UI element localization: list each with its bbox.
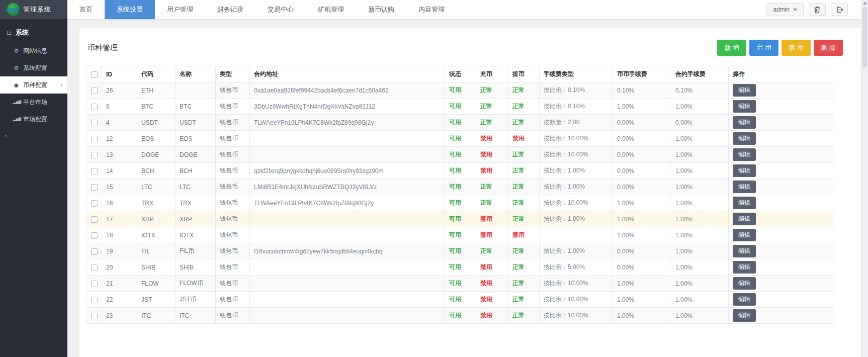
logout-button[interactable] <box>831 3 848 16</box>
cell-contract-address <box>250 211 445 227</box>
cell-status: 可用 <box>445 227 476 243</box>
page-scrollbar[interactable] <box>861 0 868 357</box>
column-header-提币: 提币 <box>508 66 540 82</box>
delete-button[interactable]: 删除 <box>814 40 843 56</box>
logo: USDZ 管理系统 <box>0 0 67 19</box>
cell-coin-fee: 0.00% <box>613 179 671 195</box>
cell-code: FLOW <box>137 276 176 292</box>
cell-coin-fee: 1.00% <box>613 195 671 211</box>
row-checkbox[interactable] <box>91 200 98 207</box>
row-checkbox[interactable] <box>91 120 98 126</box>
cell-type: 钱包币 <box>216 292 250 308</box>
cell-withdraw: 正常 <box>508 99 540 115</box>
cell-contract-fee: 1.00% <box>671 179 729 195</box>
edit-button[interactable]: 编辑 <box>733 245 756 257</box>
row-checkbox[interactable] <box>91 232 98 239</box>
sidebar-item-系统配置[interactable]: ⚙系统配置› <box>0 59 67 76</box>
select-all-checkbox[interactable] <box>91 71 98 78</box>
add-button[interactable]: 新增 <box>717 40 746 56</box>
row-checkbox[interactable] <box>91 281 98 287</box>
cell-type: 钱包币 <box>216 163 250 179</box>
cell-coin-fee: 1.00% <box>613 292 671 308</box>
sidebar-item-label: 市场配置 <box>23 115 47 124</box>
nav-item-新币认购[interactable]: 新币认购 <box>356 0 406 19</box>
sidebar-item-币种配置[interactable]: ◉币种配置› <box>0 76 67 94</box>
row-checkbox[interactable] <box>91 152 98 158</box>
cell-status: 可用 <box>445 82 476 99</box>
cell-fee-type: 按比例：1.00% <box>540 243 613 259</box>
cell-contract-address <box>250 259 445 276</box>
collapse-icon: ⊟ <box>7 29 12 36</box>
edit-button[interactable]: 编辑 <box>733 229 756 241</box>
cell-contract-address: qzkf2fxnq9pnygkkdhqhj6ue0895rq0lry83zgz9… <box>250 163 445 179</box>
edit-button[interactable]: 编辑 <box>733 277 756 290</box>
edit-button[interactable]: 编辑 <box>733 132 756 145</box>
cell-contract-fee: 1.00% <box>671 276 729 292</box>
chevron-right-icon: › <box>60 81 62 88</box>
edit-button[interactable]: 编辑 <box>733 181 756 193</box>
scroll-up-icon[interactable] <box>863 2 867 5</box>
edit-button[interactable]: 编辑 <box>733 100 756 113</box>
cell-coin-fee: 1.00% <box>613 227 671 243</box>
nav-item-财务记录[interactable]: 财务记录 <box>205 0 255 19</box>
nav-item-用户管理[interactable]: 用户管理 <box>155 0 205 19</box>
row-checkbox[interactable] <box>91 136 98 142</box>
edit-button[interactable]: 编辑 <box>733 261 756 274</box>
sidebar-item-平台市场[interactable]: ▂▅▇平台市场› <box>0 94 67 111</box>
row-checkbox[interactable] <box>91 184 98 191</box>
cell-id: 23 <box>102 308 137 324</box>
edit-button[interactable]: 编辑 <box>733 213 756 225</box>
sidebar-section-system[interactable]: ⊟ 系统 <box>0 19 67 42</box>
row-checkbox[interactable] <box>91 168 98 174</box>
row-checkbox[interactable] <box>91 87 98 94</box>
scrollbar-thumb[interactable] <box>862 7 867 67</box>
column-header-操作: 操作 <box>729 66 833 82</box>
disable-button[interactable]: 禁用 <box>782 40 811 56</box>
table-row: 14 BCH BCH 钱包币 qzkf2fxnq9pnygkkdhqhj6ue0… <box>87 163 833 179</box>
nav-item-交易中心[interactable]: 交易中心 <box>255 0 306 19</box>
row-checkbox[interactable] <box>91 104 98 110</box>
admin-dropdown[interactable]: admin <box>766 3 804 16</box>
column-header-名称: 名称 <box>176 66 216 82</box>
cell-id: 17 <box>102 211 137 227</box>
row-checkbox[interactable] <box>91 264 98 271</box>
cell-type: 钱包币 <box>216 276 250 292</box>
edit-button[interactable]: 编辑 <box>733 293 756 306</box>
nav-item-首页[interactable]: 首页 <box>67 0 105 19</box>
edit-button[interactable]: 编辑 <box>733 148 756 161</box>
cell-fee-type: 按比例：10.00% <box>540 131 613 147</box>
cell-contract-fee: 0.00% <box>671 115 729 131</box>
cell-name: JST币 <box>176 292 216 308</box>
cell-fee-type: 按比例：1.00% <box>540 211 613 227</box>
cell-type: 钱包币 <box>216 131 250 147</box>
row-checkbox[interactable] <box>91 313 98 319</box>
cell-id: 15 <box>102 179 137 195</box>
cell-code: USDT <box>137 115 176 131</box>
row-checkbox[interactable] <box>91 248 98 255</box>
edit-button[interactable]: 编辑 <box>733 84 756 97</box>
cell-code: LTC <box>137 179 176 195</box>
sidebar-item-网站信息[interactable]: ⚙网站信息› <box>0 42 67 59</box>
trash-button[interactable] <box>809 3 826 16</box>
row-checkbox[interactable] <box>91 216 98 223</box>
nav-item-矿机管理[interactable]: 矿机管理 <box>306 0 356 19</box>
chart-icon: ▂▅▇ <box>13 117 20 121</box>
cell-contract-fee: 0.10% <box>671 82 729 99</box>
cell-status: 可用 <box>445 131 476 147</box>
nav-item-内容管理[interactable]: 内容管理 <box>406 0 457 19</box>
cell-name: IOTX <box>176 227 216 243</box>
cell-contract-address: LMi8R1E4mrJkjXUhNzuSRWZTBQ33yVBLVz <box>250 179 445 195</box>
edit-button[interactable]: 编辑 <box>733 164 756 177</box>
nav-item-系统设置[interactable]: 系统设置 <box>105 0 155 19</box>
target-icon: ◉ <box>13 82 20 88</box>
enable-button[interactable]: 启用 <box>749 40 778 56</box>
cell-withdraw: 禁用 <box>508 227 540 243</box>
edit-button[interactable]: 编辑 <box>733 309 756 322</box>
row-checkbox[interactable] <box>91 297 98 303</box>
cell-coin-fee: 0.00% <box>613 147 671 163</box>
edit-button[interactable]: 编辑 <box>733 197 756 209</box>
sidebar-item-label: 系统配置 <box>23 64 47 72</box>
sidebar-item-市场配置[interactable]: ▂▅▇市场配置› <box>0 111 67 128</box>
table-row: 4 USDT USDT 钱包币 TLWAeeYFn19LPh4K7C8Wk2fp… <box>87 115 833 131</box>
edit-button[interactable]: 编辑 <box>733 116 756 129</box>
